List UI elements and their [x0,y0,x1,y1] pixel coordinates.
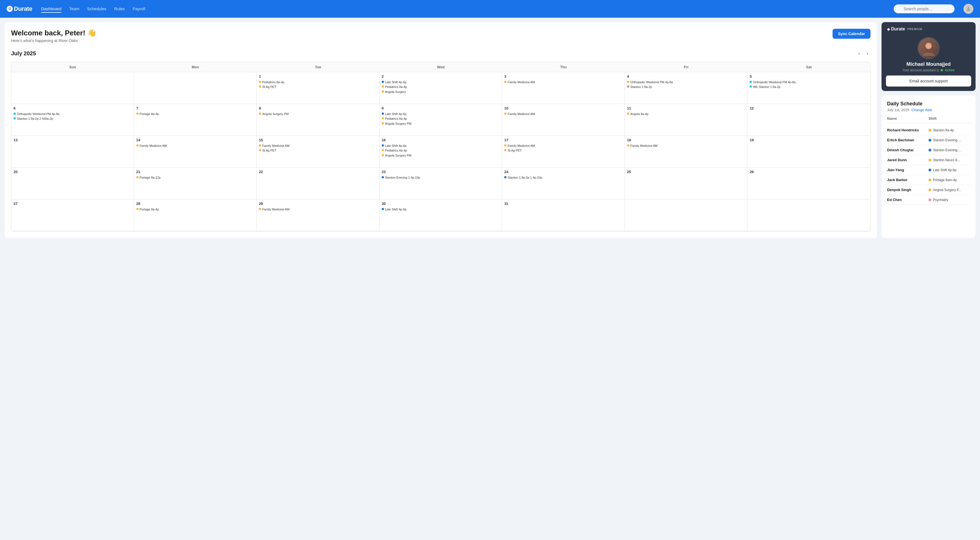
calendar-cell[interactable]: 30Late Shift 4p-6p [380,199,502,231]
calendar-cell[interactable]: 10Family Medicine AM [502,104,625,136]
calendar-cell[interactable]: 4Orthopedic Weekend PM 4p-8aStanton 1 8a… [625,72,748,104]
calendar-cell[interactable]: 14Family Medicine AM [134,136,257,168]
calendar-event[interactable]: Late Shift 4p-6p [382,144,500,148]
event-label: Late Shift 4p-6p [385,112,407,116]
nav-schedules[interactable]: Schedules [87,5,107,13]
calendar-cell[interactable]: 27 [11,199,134,231]
calendar-date: 8 [259,106,377,110]
calendar-cell[interactable]: 31 [502,199,625,231]
calendar-event[interactable]: Pediatrics 8a-4p [382,117,500,121]
calendar-event[interactable]: Angola Surgery PM [259,112,377,116]
nav-dashboard[interactable]: Dashboard [41,5,61,13]
event-dot [259,208,261,210]
calendar-cell[interactable]: 26 [748,168,870,199]
event-label: Stanton 1 8a-2p 1 4p-10p [508,176,542,179]
calendar-cell[interactable]: 17Family Medicine AMSt Ag PET [502,136,625,168]
nav-payroll[interactable]: Payroll [132,5,145,13]
calendar-cell[interactable]: 20 [11,168,134,199]
premium-subtitle-row: Your account assistant is Active [881,68,975,75]
change-date-button[interactable]: Change date [912,108,932,112]
calendar-event[interactable]: Family Medicine AM [504,112,622,116]
calendar-cell[interactable]: 9Late Shift 4p-6pPediatrics 8a-4pAngola … [380,104,502,136]
calendar-cell[interactable]: 23Stanton Evening 1 4p-10p [380,168,502,199]
event-dot [259,86,261,87]
calendar-event[interactable]: St Ag PET [259,85,377,89]
calendar-event[interactable]: Orthopedic Weekend PM 4p-8a [627,80,745,84]
calendar-event[interactable]: Angola Surgery PM [382,122,500,125]
nav-team[interactable]: Team [69,5,80,13]
calendar-cell[interactable]: 12 [748,104,870,136]
calendar-cell[interactable]: 7Portage 8a-4p [134,104,257,136]
avatar[interactable] [963,4,974,14]
calendar-event[interactable]: St Ag PET [504,148,622,152]
calendar-cell[interactable]: 8Angola Surgery PM [257,104,380,136]
daily-schedule-rows: Richard HendricksStanton 8a-4pErlich Bac… [887,125,970,205]
calendar-event[interactable]: Family Medicine AM [504,144,622,148]
calendar-event[interactable]: Angola 8a-4p [627,112,745,116]
calendar-event[interactable]: Portage 8a-4p [136,112,255,116]
calendar-event[interactable]: Portage 8a-12p [136,176,255,179]
calendar-event[interactable]: Orthopedic Weekend PM 4p-8a [749,80,868,84]
svg-point-0 [967,7,969,9]
brand-logo[interactable]: D Durate [6,5,32,13]
calendar-event[interactable]: Orthopedic Weekend PM 4p-8a [14,112,132,116]
calendar-event[interactable]: Family Medicine AM [627,144,745,148]
sync-calendar-button[interactable]: Sync Calendar [832,29,870,39]
email-support-button[interactable]: Email account support [886,75,971,87]
calendar-event[interactable]: Pediatrics 8a-4p [259,80,377,84]
event-label: Orthopedic Weekend PM 4p-8a [753,80,795,84]
calendar-cell[interactable]: 24Stanton 1 8a-2p 1 4p-10p [502,168,625,199]
calendar-event[interactable]: Stanton 1 8a-2p [627,85,745,89]
calendar-cell[interactable]: 1Pediatrics 8a-4pSt Ag PET [257,72,380,104]
calendar-event[interactable]: Angola Surgery PM [382,154,500,157]
calendar-cell[interactable]: 13 [11,136,134,168]
calendar-cell[interactable]: 2Late Shift 4p-6pPediatrics 8a-4pAngola … [380,72,502,104]
calendar-cell[interactable]: 16Late Shift 4p-6pPediatrics 8a-4pAngola… [380,136,502,168]
shift-label: Stanton 8a-4p [933,128,954,132]
calendar-event[interactable]: Stanton Evening 1 4p-10p [382,176,500,179]
shift-label: Stanton Evening ... [933,138,961,142]
col-shift-label: Shift [929,116,970,121]
calendar-event[interactable]: Family Medicine AM [136,144,255,148]
next-month-button[interactable]: › [864,49,870,57]
event-label: Portage 8a-4p [140,112,159,116]
calendar-event[interactable]: Stanton 1 8a-2p 1 4p-10p [504,176,622,179]
calendar-event[interactable]: Pediatrics 8a-4p [382,85,500,89]
shift-dot [929,189,931,191]
calendar-event[interactable]: Family Medicine AM [504,80,622,84]
calendar-cell[interactable]: 11Angola 8a-4p [625,104,748,136]
calendar-cell[interactable]: 19 [748,136,870,168]
calendar-event[interactable]: Stanton 1 8a-2p 2 930a-2p [14,117,132,121]
calendar-event[interactable]: Portage 8a-4p [136,207,255,211]
calendar-event[interactable]: Late Shift 4p-6p [382,112,500,116]
calendar-event[interactable]: Pediatrics 8a-4p [382,148,500,152]
calendar-event[interactable]: Family Medicine AM [259,207,377,211]
calendar-event[interactable]: Family Medicine AM [259,144,377,148]
event-dot [382,145,384,146]
calendar-date: 14 [136,138,255,142]
calendar-event[interactable]: St Ag PET [259,148,377,152]
shift-label: Portage 8am-4p [933,178,957,182]
calendar-cell[interactable]: 15Family Medicine AMSt Ag PET [257,136,380,168]
calendar-event[interactable]: Angola Surgery [382,90,500,94]
prev-month-button[interactable]: ‹ [856,49,862,57]
calendar-event[interactable]: Late Shift 4p-6p [382,207,500,211]
day-header-sat: Sat [748,62,870,72]
calendar-cell[interactable]: 18Family Medicine AM [625,136,748,168]
event-label: Angola Surgery PM [262,112,288,116]
calendar-event[interactable]: WE Stanton 1 8a-2p [749,85,868,89]
calendar-date: 1 [259,75,377,78]
shift-label: Stanton Neuro 8... [933,158,960,162]
calendar-event[interactable]: Late Shift 4p-6p [382,80,500,84]
calendar-cell[interactable]: 25 [625,168,748,199]
nav-rules[interactable]: Rules [114,5,125,13]
calendar-cell[interactable]: 22 [257,168,380,199]
calendar-cell[interactable]: 21Portage 8a-12p [134,168,257,199]
calendar-cell[interactable]: 29Family Medicine AM [257,199,380,231]
calendar-cell[interactable]: 5Orthopedic Weekend PM 4p-8aWE Stanton 1… [748,72,870,104]
calendar-cell[interactable]: 28Portage 8a-4p [134,199,257,231]
calendar-cell[interactable]: 6Orthopedic Weekend PM 4p-8aStanton 1 8a… [11,104,134,136]
search-input[interactable] [894,5,955,13]
calendar-cell[interactable]: 3Family Medicine AM [502,72,625,104]
event-dot [627,145,629,146]
